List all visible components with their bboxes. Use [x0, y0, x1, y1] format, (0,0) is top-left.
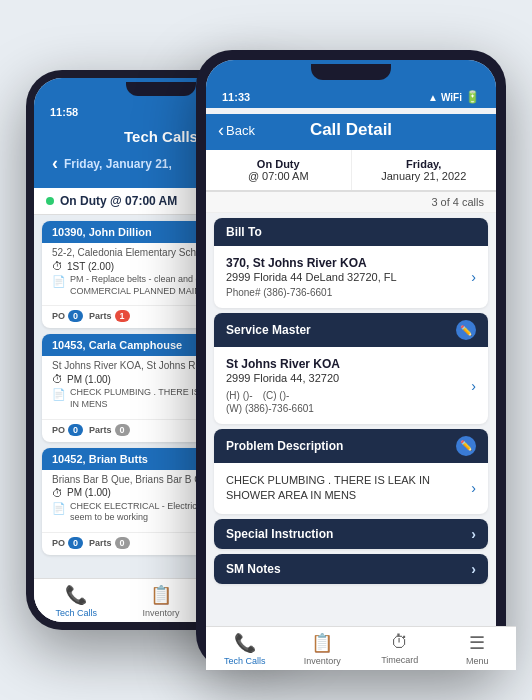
front-bottom-nav: 📞 Tech Calls 📋 Inventory ⏱ Timecard ☰ Me…: [206, 626, 496, 660]
bill-to-header: Bill To: [214, 218, 488, 246]
back-nav-date: Friday, January 21,: [64, 157, 172, 171]
problem-desc-chevron-icon[interactable]: ›: [471, 480, 476, 496]
service-master-title: Service Master: [226, 323, 311, 337]
po-label-3: PO: [52, 538, 65, 548]
special-instruction-title: Special Instruction: [226, 527, 333, 541]
date-header-label: Friday,: [362, 158, 487, 170]
front-menu-icon: ☰: [469, 632, 485, 654]
problem-desc-edit-icon[interactable]: ✏️: [456, 436, 476, 456]
call-count-row: 3 of 4 calls: [206, 192, 496, 213]
sm-name: St Johns River KOA: [226, 357, 340, 371]
parts-label-1: Parts: [89, 311, 112, 321]
parts-badge-1: 1: [115, 310, 130, 322]
bill-to-chevron-icon[interactable]: ›: [471, 269, 476, 285]
back-time: 11:58: [50, 106, 78, 118]
on-duty-header-time: @ 07:00 AM: [248, 170, 309, 182]
special-instruction-header: Special Instruction ›: [214, 519, 488, 549]
service-master-edit-icon[interactable]: ✏️: [456, 320, 476, 340]
parts-badge-3: 0: [115, 537, 130, 549]
front-nav-timecard[interactable]: ⏱ Timecard: [375, 632, 425, 660]
po-badge-2: 0: [68, 424, 83, 436]
front-nav-inventory[interactable]: 📋 Inventory: [297, 632, 347, 660]
detail-subheader: On Duty @ 07:00 AM Friday, January 21, 2…: [206, 150, 496, 192]
front-detail-header: ‹ Back Call Detail: [206, 114, 496, 150]
front-inventory-icon: 📋: [311, 632, 333, 654]
on-duty-header-label: On Duty: [216, 158, 341, 170]
parts-label-3: Parts: [89, 538, 112, 548]
front-tech-calls-icon: 📞: [234, 632, 256, 654]
front-nav-label-4: Menu: [466, 656, 489, 660]
bill-to-title: Bill To: [226, 225, 262, 239]
on-duty-dot: [46, 197, 54, 205]
front-status-bar: 11:33 ▲WiFi🔋: [206, 84, 496, 108]
po-label-2: PO: [52, 425, 65, 435]
po-badge-3: 0: [68, 537, 83, 549]
front-phone: 11:33 ▲WiFi🔋 ‹ Back Call Detail On: [196, 50, 506, 670]
problem-desc-section: Problem Description ✏️ CHECK PLUMBING . …: [214, 429, 488, 514]
po-label-1: PO: [52, 311, 65, 321]
special-instruction-section[interactable]: Special Instruction ›: [214, 519, 488, 549]
parts-badge-2: 0: [115, 424, 130, 436]
sm-contacts: (H) ()- (C) ()-: [226, 390, 340, 401]
sm-cell: (C) ()-: [263, 390, 290, 401]
tech-calls-icon: 📞: [65, 584, 87, 606]
back-chevron-icon: ‹: [218, 120, 224, 141]
sm-home: (H) ()-: [226, 390, 253, 401]
problem-desc-header: Problem Description ✏️: [214, 429, 488, 463]
problem-desc-text: CHECK PLUMBING . THERE IS LEAK IN SHOWER…: [226, 473, 471, 504]
call-count: 3 of 4 calls: [431, 196, 484, 208]
bill-to-body: 370, St Johns River KOA 2999 Florida 44 …: [214, 246, 488, 308]
back-nav-inventory[interactable]: 📋 Inventory: [136, 584, 186, 618]
front-nav-label-2: Inventory: [304, 656, 341, 660]
sm-address: 2999 Florida 44, 32720: [226, 371, 340, 386]
back-nav-label-1: Tech Calls: [56, 608, 98, 618]
front-nav-tech-calls[interactable]: 📞 Tech Calls: [220, 632, 270, 660]
on-duty-text: On Duty @ 07:00 AM: [60, 194, 177, 208]
back-nav-label-2: Inventory: [142, 608, 179, 618]
problem-desc-body: CHECK PLUMBING . THERE IS LEAK IN SHOWER…: [214, 463, 488, 514]
sm-notes-section[interactable]: SM Notes ›: [214, 554, 488, 584]
front-nav-menu[interactable]: ☰ Menu: [452, 632, 496, 660]
back-label: Back: [226, 123, 255, 138]
date-col: Friday, January 21, 2022: [352, 150, 497, 190]
sm-notes-title: SM Notes: [226, 562, 281, 576]
back-button[interactable]: ‹ Back: [218, 120, 255, 141]
front-nav-label-1: Tech Calls: [224, 656, 266, 660]
bill-to-phone: Phone# (386)-736-6601: [226, 287, 397, 298]
sm-chevron-icon[interactable]: ›: [471, 378, 476, 394]
back-chevron-icon[interactable]: ‹: [52, 153, 58, 174]
sm-notes-header: SM Notes ›: [214, 554, 488, 584]
special-instruction-chevron-icon: ›: [471, 526, 476, 542]
parts-label-2: Parts: [89, 425, 112, 435]
po-badge-1: 0: [68, 310, 83, 322]
date-header-value: January 21, 2022: [381, 170, 466, 182]
service-master-body: St Johns River KOA 2999 Florida 44, 3272…: [214, 347, 488, 423]
front-nav-label-3: Timecard: [381, 655, 418, 660]
detail-title: Call Detail: [310, 120, 392, 140]
sm-notes-chevron-icon: ›: [471, 561, 476, 577]
on-duty-col: On Duty @ 07:00 AM: [206, 150, 352, 190]
front-time: 11:33: [222, 91, 250, 103]
front-timecard-icon: ⏱: [391, 632, 409, 653]
inventory-icon: 📋: [150, 584, 172, 606]
sm-work: (W) (386)-736-6601: [226, 403, 340, 414]
service-master-header: Service Master ✏️: [214, 313, 488, 347]
bill-to-section: Bill To 370, St Johns River KOA 2999 Flo…: [214, 218, 488, 308]
bill-to-address: 2999 Florida 44 DeLand 32720, FL: [226, 270, 397, 285]
back-nav-tech-calls[interactable]: 📞 Tech Calls: [51, 584, 101, 618]
detail-scroll-area: Bill To 370, St Johns River KOA 2999 Flo…: [206, 213, 496, 660]
bill-to-name: 370, St Johns River KOA: [226, 256, 397, 270]
problem-desc-title: Problem Description: [226, 439, 343, 453]
service-master-section: Service Master ✏️ St Johns River KOA 299…: [214, 313, 488, 423]
